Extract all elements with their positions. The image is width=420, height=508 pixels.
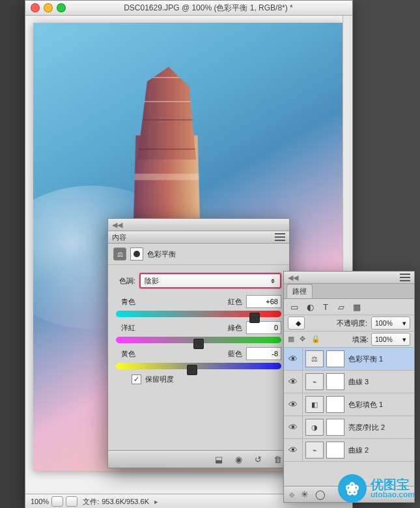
- slider-thumb[interactable]: [249, 313, 260, 323]
- layers-collapse-bar[interactable]: ◀◀: [284, 272, 414, 284]
- opacity-label: 不透明度:: [337, 318, 367, 328]
- adjustment-identity-row: ⚖ 色彩平衡: [108, 244, 289, 265]
- tower-band: [128, 174, 205, 180]
- layer-filter-strip: ▭ ◐ T ▱ ▦: [284, 299, 414, 315]
- yellow-blue-slider[interactable]: [116, 363, 281, 369]
- layers-panel: ◀◀ 路徑 ▭ ◐ T ▱ ▦ ◆ 不透明度: 100%▾ ▩ ✥ 🔒 填滿: …: [283, 271, 415, 503]
- zoom-popup-button[interactable]: [51, 496, 63, 507]
- tone-selected-value: 陰影: [145, 276, 159, 286]
- filter-shape-icon[interactable]: ▱: [336, 302, 346, 312]
- slider-thumb[interactable]: [193, 339, 204, 349]
- zoom-value[interactable]: 100%: [31, 498, 49, 505]
- view-previous-icon[interactable]: ◉: [232, 454, 245, 464]
- properties-footer: ⬓ ◉ ↺ 🗑: [108, 450, 289, 468]
- layer-name[interactable]: 色彩填色 1: [348, 400, 383, 410]
- filesize-value: 953.6K/953.6K: [102, 498, 149, 505]
- close-button[interactable]: [31, 3, 40, 12]
- blue-label: 藍色: [228, 349, 242, 359]
- adjustment-thumb-icon: ⌁: [305, 373, 324, 390]
- magenta-green-value[interactable]: [246, 321, 281, 334]
- fill-dropdown[interactable]: 100%▾: [371, 333, 410, 346]
- adjustment-thumb-icon: ⌁: [305, 442, 324, 459]
- tab-paths[interactable]: 路徑: [287, 284, 313, 298]
- adjustment-name: 色彩平衡: [147, 249, 176, 259]
- layer-name[interactable]: 曲線 3: [348, 377, 369, 387]
- panel-menu-icon[interactable]: [400, 274, 410, 281]
- properties-titlebar[interactable]: ◀◀: [108, 219, 289, 231]
- layer-mask-thumb[interactable]: [326, 373, 344, 390]
- filter-image-icon[interactable]: ▭: [289, 302, 300, 312]
- mask-icon[interactable]: [130, 247, 143, 261]
- titlebar[interactable]: DSC01629.JPG @ 100% (色彩平衡 1, RGB/8*) *: [25, 1, 352, 16]
- clip-icon[interactable]: ⬓: [212, 454, 225, 464]
- slider-thumb[interactable]: [187, 365, 197, 375]
- mask-add-icon[interactable]: ◯: [315, 489, 326, 500]
- filesize-label: 文件:: [83, 497, 99, 507]
- layers-tabbar: 路徑: [284, 284, 414, 299]
- layer-mask-thumb[interactable]: [326, 350, 344, 367]
- panel-menu-icon[interactable]: [275, 233, 285, 241]
- lock-position-icon[interactable]: ✥: [300, 335, 309, 344]
- yellow-blue-value[interactable]: [246, 347, 281, 360]
- link-layers-icon[interactable]: ⟐: [289, 489, 294, 500]
- layer-lock-row: ▩ ✥ 🔒 填滿: 100%▾: [284, 332, 414, 348]
- layer-list: 👁 ⚖ 色彩平衡 1 👁 ⌁ 曲線 3 👁 ◧ 色彩填色 1 👁 ◑ 亮度/對比…: [284, 348, 414, 462]
- visibility-toggle[interactable]: 👁: [284, 416, 303, 438]
- adjustment-thumb-icon: ◑: [305, 419, 324, 436]
- color-balance-icon: ⚖: [113, 247, 126, 261]
- layer-mask-thumb[interactable]: [326, 396, 344, 413]
- view-popup-button[interactable]: [66, 496, 77, 507]
- adjustment-thumb-icon: ◧: [305, 396, 324, 413]
- lock-pixels-icon[interactable]: ▩: [288, 335, 297, 344]
- properties-panel: ◀◀ 內容 ⚖ 色彩平衡 色調: 陰影 青色 紅色: [107, 218, 290, 468]
- magenta-label: 洋紅: [116, 323, 135, 333]
- yellow-label: 黃色: [116, 349, 135, 359]
- watermark-url: utobao.com: [371, 491, 415, 499]
- blend-mode-dropdown[interactable]: ◆: [288, 317, 305, 330]
- cyan-red-slider[interactable]: [116, 311, 281, 317]
- minimize-button[interactable]: [44, 3, 53, 12]
- document-title: DSC01629.JPG @ 100% (色彩平衡 1, RGB/8*) *: [70, 3, 347, 14]
- preserve-luminosity-checkbox[interactable]: ✓: [132, 374, 141, 384]
- cyan-red-value[interactable]: [246, 295, 281, 308]
- tone-select[interactable]: 陰影: [139, 273, 281, 289]
- opacity-dropdown[interactable]: 100%▾: [371, 317, 410, 330]
- layer-row[interactable]: 👁 ⌁ 曲線 2: [284, 439, 414, 462]
- filter-smart-icon[interactable]: ▦: [352, 302, 362, 312]
- fx-icon[interactable]: ✳︎: [301, 489, 309, 500]
- visibility-toggle[interactable]: 👁: [284, 348, 303, 370]
- layer-row[interactable]: 👁 ⌁ 曲線 3: [284, 371, 414, 393]
- filter-adjustment-icon[interactable]: ◐: [305, 302, 315, 312]
- layer-row[interactable]: 👁 ◑ 亮度/對比 2: [284, 416, 414, 439]
- magenta-green-slider[interactable]: [116, 337, 281, 343]
- green-label: 綠色: [228, 323, 242, 333]
- visibility-toggle[interactable]: 👁: [284, 439, 303, 461]
- app-background: [0, 0, 25, 508]
- fill-label: 填滿:: [352, 335, 369, 345]
- filter-type-icon[interactable]: T: [320, 302, 331, 312]
- visibility-toggle[interactable]: 👁: [284, 371, 303, 393]
- lock-all-icon[interactable]: 🔒: [311, 335, 320, 344]
- reset-icon[interactable]: ↺: [251, 454, 264, 464]
- layer-row[interactable]: 👁 ◧ 色彩填色 1: [284, 393, 414, 416]
- preserve-luminosity-label: 保留明度: [145, 374, 174, 384]
- layer-mask-thumb[interactable]: [326, 442, 344, 459]
- layer-mask-thumb[interactable]: [326, 419, 344, 436]
- layer-name[interactable]: 曲線 2: [348, 445, 369, 455]
- properties-header[interactable]: 內容: [108, 231, 289, 244]
- color-balance-controls: 色調: 陰影 青色 紅色 洋紅 綠色: [108, 265, 289, 389]
- watermark-bird-icon: ❀: [338, 474, 367, 503]
- visibility-toggle[interactable]: 👁: [284, 393, 303, 416]
- trash-icon[interactable]: 🗑: [271, 454, 284, 464]
- properties-title: 內容: [112, 233, 126, 242]
- watermark-cn: 优图宝: [371, 477, 410, 492]
- layer-name[interactable]: 色彩平衡 1: [348, 354, 383, 364]
- red-label: 紅色: [228, 297, 242, 307]
- layer-name[interactable]: 亮度/對比 2: [348, 423, 385, 432]
- layer-blend-row: ◆ 不透明度: 100%▾: [284, 315, 414, 332]
- adjustment-thumb-icon: ⚖: [305, 350, 324, 367]
- zoom-button[interactable]: [57, 3, 66, 12]
- tower-crown: [118, 62, 216, 160]
- watermark: ❀ 优图宝 utobao.com: [338, 474, 415, 503]
- layer-row[interactable]: 👁 ⚖ 色彩平衡 1: [284, 348, 414, 371]
